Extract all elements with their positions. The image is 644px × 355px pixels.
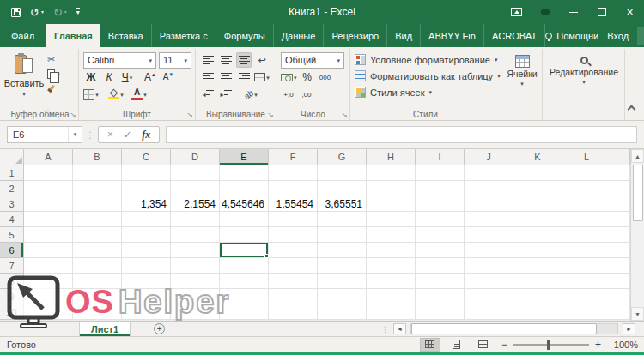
orientation-button[interactable]: ab▾ bbox=[243, 87, 258, 102]
cell-G1[interactable] bbox=[318, 165, 367, 181]
column-header-I[interactable]: I bbox=[416, 149, 465, 165]
align-center-button[interactable] bbox=[218, 69, 234, 85]
cell-C5[interactable] bbox=[122, 227, 171, 243]
number-dialog-launcher[interactable]: ↘ bbox=[341, 111, 348, 119]
cell-K4[interactable] bbox=[513, 212, 562, 227]
cell-F1[interactable] bbox=[269, 165, 318, 181]
select-all-button[interactable] bbox=[0, 149, 24, 165]
sign-in-button[interactable]: Вход bbox=[607, 31, 629, 41]
increase-indent-button[interactable]: ▸ bbox=[218, 87, 234, 102]
save-button[interactable] bbox=[11, 8, 21, 17]
formula-input[interactable] bbox=[166, 126, 637, 143]
cell-B3[interactable] bbox=[73, 196, 122, 212]
accounting-format-button[interactable]: ▾ bbox=[281, 69, 297, 85]
cell-K10[interactable] bbox=[513, 304, 562, 320]
font-size-dropdown-icon[interactable]: ▾ bbox=[184, 57, 187, 63]
row-header-6[interactable]: 6 bbox=[0, 243, 24, 258]
tab-acrobat[interactable]: ACROBAT bbox=[484, 24, 545, 47]
scroll-left-button[interactable]: ◄ bbox=[393, 323, 406, 334]
cell-G6[interactable] bbox=[318, 243, 367, 258]
cell-H2[interactable] bbox=[367, 181, 416, 196]
vertical-scrollbar[interactable]: ▲ ▼ bbox=[630, 149, 644, 321]
column-header-G[interactable]: G bbox=[318, 149, 367, 165]
borders-button[interactable]: ▾ bbox=[83, 87, 99, 102]
cell-B7[interactable] bbox=[73, 258, 122, 274]
cell-F10[interactable] bbox=[269, 304, 318, 320]
cell-I2[interactable] bbox=[416, 181, 465, 196]
cell-K9[interactable] bbox=[513, 289, 562, 304]
cell-C4[interactable] bbox=[122, 212, 171, 227]
merge-dropdown-icon[interactable]: ▾ bbox=[266, 75, 270, 81]
merge-center-button[interactable]: ▾ bbox=[254, 69, 270, 85]
cancel-entry-button[interactable]: × bbox=[107, 129, 113, 140]
cell-C8[interactable] bbox=[122, 274, 171, 289]
cell-styles-button[interactable]: Стили ячеек ▾ bbox=[355, 84, 497, 100]
horizontal-scroll-thumb[interactable] bbox=[411, 323, 597, 334]
zoom-slider-thumb[interactable] bbox=[547, 340, 550, 350]
cell-A6[interactable] bbox=[24, 243, 73, 258]
cell-H7[interactable] bbox=[367, 258, 416, 274]
clipboard-dialog-launcher[interactable]: ↘ bbox=[70, 111, 76, 119]
font-name-dropdown-icon[interactable]: ▾ bbox=[149, 57, 152, 63]
cell-E2[interactable] bbox=[220, 181, 269, 196]
cell-K2[interactable] bbox=[513, 181, 562, 196]
cell-H8[interactable] bbox=[367, 274, 416, 289]
cell-L4[interactable] bbox=[562, 212, 611, 227]
increase-decimal-button[interactable]: +,0 bbox=[281, 87, 296, 102]
font-size-select[interactable]: 11▾ bbox=[159, 52, 191, 69]
format-painter-button[interactable] bbox=[47, 83, 60, 94]
cell-E3[interactable]: 4,545646 bbox=[220, 196, 269, 212]
tab-formulas[interactable]: Формулы bbox=[216, 24, 274, 47]
zoom-level[interactable]: 100% bbox=[609, 340, 638, 350]
new-sheet-button[interactable]: + bbox=[154, 323, 165, 334]
cell-G7[interactable] bbox=[318, 258, 367, 274]
column-header-E[interactable]: E bbox=[220, 149, 269, 165]
cell-L10[interactable] bbox=[562, 304, 611, 320]
conditional-formatting-button[interactable]: Условное форматирование ▾ bbox=[355, 51, 497, 68]
decrease-indent-button[interactable]: ◂ bbox=[200, 87, 216, 102]
column-header-D[interactable]: D bbox=[171, 149, 220, 165]
font-name-select[interactable]: Calibri▾ bbox=[83, 52, 156, 69]
cell-J1[interactable] bbox=[465, 165, 513, 181]
row-header-9[interactable]: 9 bbox=[0, 289, 24, 304]
name-box-dropdown-icon[interactable]: ▾ bbox=[68, 127, 82, 142]
horizontal-scroll-track[interactable] bbox=[410, 323, 618, 334]
cell-J5[interactable] bbox=[465, 227, 513, 243]
number-format-select[interactable]: Общий▾ bbox=[281, 52, 344, 69]
cell-A10[interactable] bbox=[24, 304, 73, 320]
tab-abbyy[interactable]: ABBYY Fin bbox=[421, 24, 484, 47]
fill-color-button[interactable]: ▾ bbox=[108, 87, 124, 102]
tab-home[interactable]: Главная bbox=[46, 24, 100, 47]
cell-K1[interactable] bbox=[513, 165, 562, 181]
cell-L9[interactable] bbox=[562, 289, 611, 304]
cell-G3[interactable]: 3,65551 bbox=[318, 196, 367, 212]
decrease-decimal-button[interactable]: ,00 bbox=[299, 87, 314, 102]
column-header-H[interactable]: H bbox=[367, 149, 416, 165]
grow-font-button[interactable]: А▲ bbox=[143, 69, 158, 85]
cell-G2[interactable] bbox=[318, 181, 367, 196]
maximize-button[interactable] bbox=[587, 0, 616, 24]
cell-J10[interactable] bbox=[465, 304, 513, 320]
enter-entry-button[interactable]: ✓ bbox=[124, 130, 131, 140]
cell-L5[interactable] bbox=[562, 227, 611, 243]
cell-E8[interactable] bbox=[220, 274, 269, 289]
cell-B4[interactable] bbox=[73, 212, 122, 227]
cell-D1[interactable] bbox=[171, 165, 220, 181]
underline-button[interactable]: Ч▾ bbox=[119, 69, 135, 85]
font-color-button[interactable]: А▾ bbox=[131, 87, 147, 102]
cell-D2[interactable] bbox=[171, 181, 220, 196]
underline-dropdown-icon[interactable]: ▾ bbox=[130, 75, 133, 81]
undo-button[interactable]: ↺▾ bbox=[30, 7, 44, 18]
column-header-F[interactable]: F bbox=[269, 149, 318, 165]
cell-I3[interactable] bbox=[416, 196, 465, 212]
customize-qat-button[interactable]: ▾ bbox=[76, 8, 80, 16]
row-header-1[interactable]: 1 bbox=[0, 165, 24, 181]
cell-A1[interactable] bbox=[24, 165, 73, 181]
zoom-in-button[interactable]: + bbox=[595, 340, 601, 350]
tab-review[interactable]: Рецензиро bbox=[324, 24, 387, 47]
cell-J7[interactable] bbox=[465, 258, 513, 274]
cell-F3[interactable]: 1,55454 bbox=[269, 196, 318, 212]
scroll-down-button[interactable]: ▼ bbox=[631, 307, 644, 321]
cell-E7[interactable] bbox=[220, 258, 269, 274]
percent-style-button[interactable]: % bbox=[300, 69, 315, 85]
